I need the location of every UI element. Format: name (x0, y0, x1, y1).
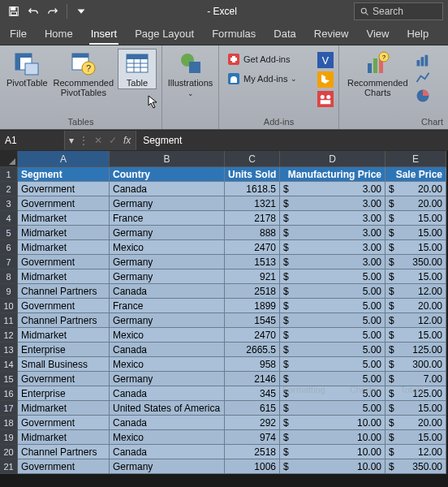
cell[interactable]: 2470 (225, 240, 280, 255)
row-header[interactable]: 18 (0, 416, 18, 430)
cell[interactable]: 1513 (225, 255, 280, 269)
cell[interactable]: Mexico (110, 430, 225, 445)
cell[interactable]: $5.00 (280, 284, 386, 299)
row-header[interactable]: 21 (0, 459, 18, 474)
cell[interactable]: 1545 (225, 313, 280, 328)
visio-icon[interactable]: V (317, 52, 334, 68)
cell[interactable]: Midmarket (18, 430, 110, 445)
cell[interactable]: $350.00 (386, 255, 446, 269)
get-addins-button[interactable]: Get Add-ins (224, 50, 300, 68)
tab-data[interactable]: Data (272, 24, 297, 45)
cell[interactable]: Germany (110, 372, 225, 386)
cell[interactable]: Canada (110, 343, 225, 357)
formula-input[interactable]: Segment (136, 131, 448, 150)
header-cell[interactable]: Units Sold (225, 167, 280, 182)
row-header[interactable]: 19 (0, 430, 18, 445)
row-header[interactable]: 2 (0, 182, 18, 196)
cell[interactable]: $350.00 (386, 459, 446, 474)
cell[interactable]: $5.00 (280, 313, 386, 328)
cell[interactable]: $20.00 (386, 299, 446, 313)
cell[interactable]: $15.00 (386, 211, 446, 226)
row-header[interactable]: 9 (0, 284, 18, 299)
cell[interactable]: 974 (225, 430, 280, 445)
worksheet-grid[interactable]: ABCDE 1SegmentCountryUnits SoldManufactu… (0, 151, 448, 474)
cell[interactable]: $5.00 (280, 269, 386, 284)
cell[interactable]: $7.00 (386, 372, 446, 386)
cell[interactable]: Government (18, 182, 110, 196)
cell[interactable]: 2178 (225, 211, 280, 226)
cell[interactable]: $125.00 (386, 343, 446, 357)
cell[interactable]: 921 (225, 269, 280, 284)
cell[interactable]: $5.00 (280, 372, 386, 386)
cell[interactable]: $20.00 (386, 196, 446, 211)
search-input[interactable]: Search (354, 2, 443, 20)
cell[interactable]: Government (18, 416, 110, 430)
cell[interactable]: Enterprise (18, 343, 110, 357)
fx-icon[interactable]: fx (123, 135, 131, 146)
cell[interactable]: 1618.5 (225, 182, 280, 196)
cell[interactable]: $5.00 (280, 386, 386, 401)
cell[interactable]: $5.00 (280, 401, 386, 416)
cell[interactable]: $3.00 (280, 240, 386, 255)
line-chart-icon[interactable] (415, 70, 431, 86)
cell[interactable]: 2470 (225, 328, 280, 343)
cell[interactable]: 2146 (225, 372, 280, 386)
row-header[interactable]: 1 (0, 167, 18, 182)
cell[interactable]: $10.00 (280, 459, 386, 474)
row-header[interactable]: 11 (0, 313, 18, 328)
cell[interactable]: $125.00 (386, 386, 446, 401)
cell[interactable]: $12.00 (386, 445, 446, 459)
cell[interactable]: Midmarket (18, 401, 110, 416)
tab-help[interactable]: Help (405, 24, 430, 45)
cell[interactable]: Germany (110, 459, 225, 474)
cell[interactable]: Government (18, 196, 110, 211)
cell[interactable]: $15.00 (386, 401, 446, 416)
row-header[interactable]: 10 (0, 299, 18, 313)
cell[interactable]: $15.00 (386, 226, 446, 240)
column-header[interactable]: E (386, 151, 446, 167)
tab-review[interactable]: Review (312, 24, 351, 45)
cell[interactable]: $15.00 (386, 269, 446, 284)
row-header[interactable]: 3 (0, 196, 18, 211)
cell[interactable]: $5.00 (280, 299, 386, 313)
table-button[interactable]: Table (118, 49, 157, 89)
cell[interactable]: Government (18, 255, 110, 269)
cell[interactable]: Germany (110, 226, 225, 240)
cell[interactable]: Government (18, 299, 110, 313)
header-cell[interactable]: Sale Price (386, 167, 446, 182)
people-graph-icon[interactable] (317, 91, 334, 107)
cell[interactable]: Channel Partners (18, 284, 110, 299)
recommended-pivottables-button[interactable]: ? Recommended PivotTables (53, 49, 114, 99)
cell[interactable]: Canada (110, 386, 225, 401)
row-header[interactable]: 16 (0, 386, 18, 401)
cell[interactable]: $3.00 (280, 196, 386, 211)
column-header[interactable]: B (110, 151, 225, 167)
customize-qat-icon[interactable] (72, 2, 90, 20)
cell[interactable]: Channel Partners (18, 445, 110, 459)
cell[interactable]: Small Business (18, 357, 110, 372)
cell[interactable]: $5.00 (280, 328, 386, 343)
header-cell[interactable]: Segment (18, 167, 110, 182)
cell[interactable]: $3.00 (280, 226, 386, 240)
row-header[interactable]: 5 (0, 226, 18, 240)
cell[interactable]: $3.00 (280, 182, 386, 196)
row-header[interactable]: 12 (0, 328, 18, 343)
cell[interactable]: 958 (225, 357, 280, 372)
tab-home[interactable]: Home (43, 24, 75, 45)
cell[interactable]: $10.00 (280, 416, 386, 430)
cell[interactable]: $10.00 (280, 430, 386, 445)
cell[interactable]: Midmarket (18, 211, 110, 226)
cell[interactable]: 1321 (225, 196, 280, 211)
cell[interactable]: 2518 (225, 284, 280, 299)
row-header[interactable]: 14 (0, 357, 18, 372)
header-cell[interactable]: Country (110, 167, 225, 182)
row-header[interactable]: 4 (0, 211, 18, 226)
cell[interactable]: Midmarket (18, 240, 110, 255)
cell[interactable]: 345 (225, 386, 280, 401)
cell[interactable]: $3.00 (280, 255, 386, 269)
cell[interactable]: $20.00 (386, 182, 446, 196)
cell[interactable]: $20.00 (386, 416, 446, 430)
cell[interactable]: Canada (110, 416, 225, 430)
bing-maps-icon[interactable] (317, 71, 334, 88)
cell[interactable]: $12.00 (386, 284, 446, 299)
